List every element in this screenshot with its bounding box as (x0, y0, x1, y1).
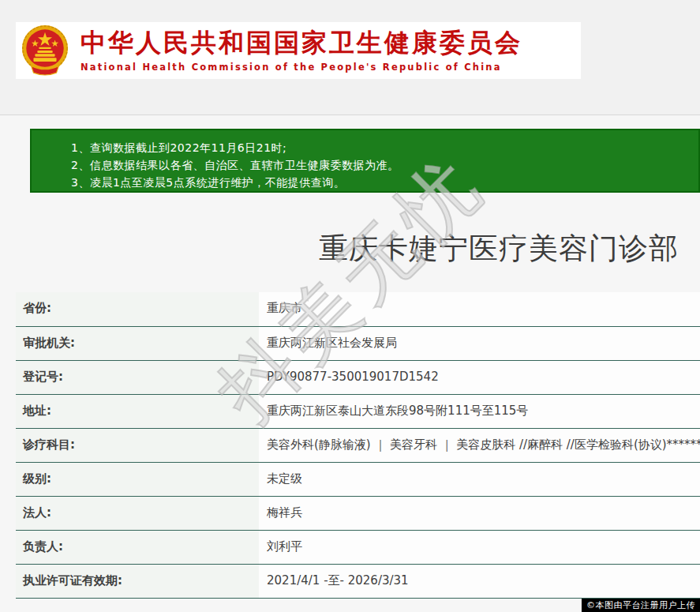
table-row-approval-authority: 审批机关: 重庆两江新区社会发展局 (16, 326, 700, 360)
row-label: 审批机关: (16, 327, 259, 360)
row-value: 2021/4/1 -至- 2026/3/31 (259, 565, 700, 598)
row-label: 诊疗科目: (16, 429, 259, 462)
row-value: 美容外科(静脉输液) ｜ 美容牙科 ｜ 美容皮肤科 //麻醉科 //医学检验科(… (259, 429, 700, 462)
table-row-license-validity: 执业许可证有效期: 2021/4/1 -至- 2026/3/31 (16, 564, 700, 598)
table-row-level: 级别: 未定级 (16, 462, 700, 496)
notice-line-3: 3、凌晨1点至凌晨5点系统进行维护，不能提供查询。 (71, 174, 691, 191)
table-row-address: 地址: 重庆两江新区泰山大道东段98号附111号至115号 (16, 394, 700, 428)
notice-line-1: 1、查询数据截止到2022年11月6日21时; (71, 139, 691, 156)
site-title-english: National Health Commission of the People… (80, 62, 522, 73)
table-row-province: 省份: 重庆市 (16, 292, 700, 326)
row-label: 地址: (16, 395, 259, 428)
row-value: 未定级 (259, 463, 700, 496)
site-title-chinese: 中华人民共和国国家卫生健康委员会 (80, 28, 522, 58)
table-row-treatment-subjects: 诊疗科目: 美容外科(静脉输液) ｜ 美容牙科 ｜ 美容皮肤科 //麻醉科 //… (16, 428, 700, 462)
header-text-block: 中华人民共和国国家卫生健康委员会 National Health Commiss… (80, 28, 522, 73)
query-notice-box: 1、查询数据截止到2022年11月6日21时; 2、信息数据结果以各省、自治区、… (30, 129, 700, 193)
page: 中华人民共和国国家卫生健康委员会 National Health Commiss… (0, 0, 700, 612)
row-label: 负责人: (16, 531, 259, 564)
row-value: 重庆市 (259, 292, 700, 326)
row-label: 级别: (16, 463, 259, 496)
row-value: 刘利平 (259, 531, 700, 564)
row-label: 执业许可证有效期: (16, 565, 259, 598)
row-value: 重庆两江新区社会发展局 (259, 327, 700, 360)
horizontal-divider (0, 115, 700, 115)
site-header: 中华人民共和国国家卫生健康委员会 National Health Commiss… (16, 22, 581, 79)
upload-copyright-badge: ©本图由平台注册用户上传 (582, 599, 700, 612)
china-national-emblem-icon (21, 24, 69, 77)
organization-title: 重庆卡婕宁医疗美容门诊部 (0, 229, 679, 268)
table-row-registration-number: 登记号: PDY90877-350019017D1542 (16, 360, 700, 394)
row-label: 登记号: (16, 361, 259, 394)
row-label: 法人: (16, 497, 259, 530)
row-value: 重庆两江新区泰山大道东段98号附111号至115号 (259, 395, 700, 428)
table-row-legal-person: 法人: 梅祥兵 (16, 496, 700, 530)
institution-info-table: 省份: 重庆市 审批机关: 重庆两江新区社会发展局 登记号: PDY90877-… (16, 292, 700, 599)
row-label: 省份: (16, 292, 259, 326)
notice-line-2: 2、信息数据结果以各省、自治区、直辖市卫生健康委数据为准。 (71, 156, 691, 174)
row-value: 梅祥兵 (259, 497, 700, 530)
row-value: PDY90877-350019017D1542 (259, 361, 700, 394)
table-row-person-in-charge: 负责人: 刘利平 (16, 530, 700, 564)
